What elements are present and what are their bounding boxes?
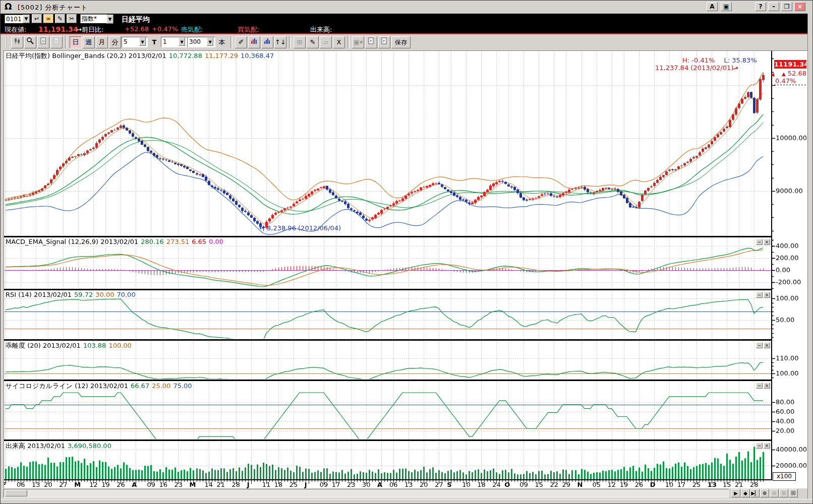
x-axis-label: 17 xyxy=(677,481,686,488)
x-axis-label: 27 xyxy=(435,481,443,488)
y-axis-label: 40000.00 xyxy=(776,446,807,453)
high-low-annotation: H: -0.41% L: 35.83% xyxy=(682,56,757,64)
x-axis-label: 12 xyxy=(89,481,98,488)
panel-minimize-button[interactable]: − xyxy=(756,292,763,298)
x-axis-label: 13 xyxy=(708,481,717,488)
y-axis-label: 10000.00 xyxy=(776,134,807,142)
psych-panel-title: サイコロジカルライン (12) 2013/02/0166.6725.0075.0… xyxy=(6,382,192,391)
bollinger-mid-value: 10,772.88 xyxy=(169,52,202,59)
price-change-value: 52.68 xyxy=(788,70,806,77)
panel-minimize-button[interactable]: − xyxy=(756,342,763,348)
analysis-chart-window: Ω [5002] 分析チャート A▣?–❐× ▼ ↵∞✎✂ 指数*▼ 日経平均 … xyxy=(0,0,813,504)
x-axis-label: 06 xyxy=(389,481,398,488)
macd-zero-value: 0.00 xyxy=(209,238,223,245)
x-axis-label: A xyxy=(132,481,137,488)
x-axis-label: 15 xyxy=(723,481,731,488)
x-axis-label: 16 xyxy=(159,481,167,488)
x-axis-label: 21 xyxy=(217,481,225,488)
x-axis-label: 27 xyxy=(59,481,68,488)
scrollbar-row: ▶◆▶▏⊕⊖⊞☒ xyxy=(1,488,813,499)
x-axis-label: M xyxy=(74,481,81,488)
x-axis-label: 25 xyxy=(289,481,298,488)
scroll-right-button[interactable]: ▶ xyxy=(731,489,740,497)
rsi-panel-title-text: RSI (14) 2013/02/01 xyxy=(6,291,72,298)
panel-close-button[interactable]: × xyxy=(764,342,770,348)
y-axis-label: 20.00 xyxy=(776,427,794,434)
close-panel-button[interactable]: ☒ xyxy=(789,489,798,497)
low-pct-annotation: L: 35.83% xyxy=(724,56,757,64)
volume-panel-title-text: 出来高 2013/02/01 xyxy=(6,442,65,450)
psych-panel-title-text: サイコロジカルライン (12) 2013/02/01 xyxy=(6,382,128,390)
psych-value: 66.67 xyxy=(131,382,149,390)
recent-high-annotation: 11,237.84 (2013/02/01) xyxy=(655,64,733,72)
x-axis-label: 13 xyxy=(32,481,40,488)
x-axis-label: A xyxy=(377,481,382,488)
panel-minimize-button[interactable]: − xyxy=(756,383,763,389)
main-panel-title-text: 日経平均(指数) Bollinger_Bands (20,2) 2013/02/… xyxy=(6,52,166,59)
x-axis-label: 09 xyxy=(320,481,328,488)
scroll-end-button[interactable]: ▶▏ xyxy=(750,489,760,497)
window-frame-bottom xyxy=(1,499,813,504)
x-axis-label: 29 xyxy=(562,481,570,488)
x-axis-label: 14 xyxy=(205,481,213,488)
kairi-value: 103.88 xyxy=(83,342,106,349)
chart-canvas[interactable] xyxy=(1,1,813,504)
price-pct-box: 0.47% xyxy=(775,77,796,85)
x-axis-label: N xyxy=(577,481,583,488)
macd-panel-title-text: MACD_EMA_Signal (12,26,9) 2013/02/01 xyxy=(6,238,138,245)
zoom-in-button[interactable]: ⊕ xyxy=(760,489,769,497)
scrollbar-track[interactable] xyxy=(4,489,729,497)
x-axis-label: 06 xyxy=(17,481,25,488)
y-axis-label: 40.00 xyxy=(776,417,794,425)
panel-minimize-button[interactable]: − xyxy=(756,443,763,449)
panel-close-button[interactable]: × xyxy=(764,443,770,449)
scroll-step-button[interactable]: ◆ xyxy=(741,489,750,497)
psych-lower-ref: 25.00 xyxy=(152,382,170,390)
x-axis-label: 20 xyxy=(420,481,428,488)
panel-minimize-button[interactable]: − xyxy=(756,239,763,245)
scrollbar-thumb[interactable] xyxy=(5,490,27,496)
macd-signal-value: 273.51 xyxy=(166,238,190,245)
x-axis-label: 24 xyxy=(492,481,501,488)
rsi-lower-ref: 30.00 xyxy=(95,291,114,298)
bollinger-upper-value: 11,177.29 xyxy=(205,52,238,59)
window-frame-right xyxy=(807,14,813,504)
high-pct-annotation: H: -0.41% xyxy=(682,56,715,64)
x-axis-label: 28 xyxy=(232,481,241,488)
x-axis-label: 10 xyxy=(665,481,674,488)
macd-panel-title: MACD_EMA_Signal (12,26,9) 2013/02/01280.… xyxy=(6,238,223,245)
x-axis-label: 20 xyxy=(44,481,52,488)
rsi-panel-title: RSI (14) 2013/02/0159.7230.0070.00 xyxy=(6,291,136,298)
x-axis-label: 12 xyxy=(608,481,616,488)
x-axis-label: 18 xyxy=(477,481,486,488)
y-axis-label: 0.00 xyxy=(776,266,790,274)
grid-toggle-button: ⊞ xyxy=(779,489,788,497)
panel-close-button[interactable]: × xyxy=(764,239,770,245)
price-change-box: ▲ 52.68 xyxy=(774,70,806,77)
x-axis-label: S xyxy=(447,481,451,488)
panel-close-button[interactable]: × xyxy=(764,383,770,389)
x-axis-label: 23 xyxy=(174,481,183,488)
panel-close-button[interactable]: × xyxy=(764,292,770,298)
kairi-panel-title: 乖離度 (20) 2013/02/01103.88100.00 xyxy=(6,341,132,350)
bollinger-lower-value: 10,368.47 xyxy=(241,52,274,59)
low-point-annotation: ← 8,238.96 (2012/06/04) xyxy=(259,224,341,232)
x-axis-label: 23 xyxy=(347,481,356,488)
x-axis-label: 26 xyxy=(117,481,125,488)
y-axis-label: 110.00 xyxy=(776,354,799,362)
x-axis-label: 21 xyxy=(735,481,743,488)
x-axis-label: 26 xyxy=(635,481,644,488)
x-axis-label: 22 xyxy=(550,481,558,488)
y-axis-label: 50.00 xyxy=(776,316,794,324)
x-axis-label: J xyxy=(247,481,250,488)
y-axis-label: 400.00 xyxy=(776,242,799,249)
volume-value: 3,690,580.00 xyxy=(68,442,111,450)
x-axis-label: 09 xyxy=(519,481,528,488)
rsi-value: 59.72 xyxy=(74,291,93,298)
kairi-panel-title-text: 乖離度 (20) 2013/02/01 xyxy=(6,342,81,349)
up-arrow-icon: ▲ xyxy=(782,71,786,77)
x-axis-label: 10 xyxy=(462,481,471,488)
x-axis-label: D xyxy=(650,481,656,488)
y-axis-label: 200.00 xyxy=(776,254,799,262)
window-frame-left xyxy=(1,50,4,488)
